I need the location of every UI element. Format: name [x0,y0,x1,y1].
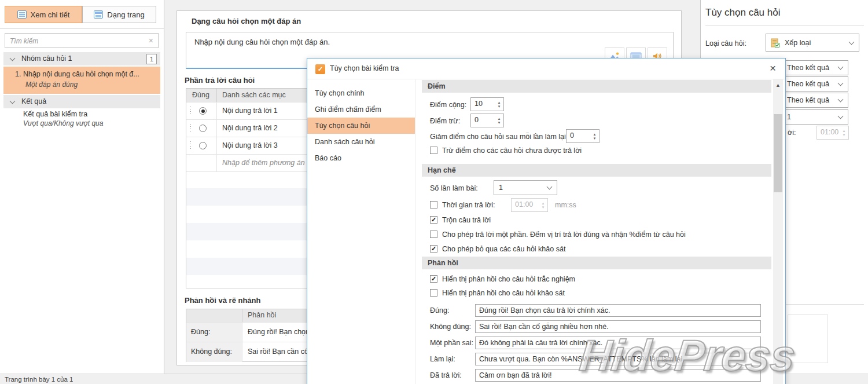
skip-survey-checkbox[interactable] [430,245,437,253]
answered-feedback-label: Đã trả lời: [430,371,462,379]
time-limit-spinner[interactable]: 01:00 ▴▾ [511,198,548,212]
tree-group-results[interactable]: Kết quả [3,95,160,108]
attempts-select[interactable]: 1 [494,180,557,195]
spinner-arrows[interactable]: ▴▾ [590,130,599,142]
correct-radio[interactable] [199,142,207,149]
page-layout-icon [94,10,103,19]
close-icon[interactable]: × [770,62,776,75]
incorrect-feedback-label: Không đúng: [430,323,471,331]
dialog-nav-question-list[interactable]: Danh sách câu hỏi [307,134,415,150]
correct-radio[interactable] [199,125,207,132]
chevron-down-icon [838,97,844,103]
dialog-nav-reports[interactable]: Báo cáo [307,150,415,166]
deduct-unanswered-label: Trừ điểm cho các câu hỏi chưa được trả l… [442,147,674,155]
chevron-down-icon [849,39,855,45]
minus-points-spinner[interactable]: 0 ▴▾ [470,114,504,127]
dropdown-value: Theo kết quả [782,96,838,104]
retry-feedback-label: Làm lại: [430,355,455,363]
spinner-arrows[interactable]: ▴▾ [495,98,503,111]
show-survey-feedback-checkbox[interactable] [430,289,437,297]
col-feedback: Phản hồi [248,311,276,319]
correct-feedback-label: Đúng: [430,306,449,314]
search-input[interactable] [9,34,144,48]
attempts-dropdown[interactable]: 1 [782,109,848,125]
time-limit-checkbox[interactable] [430,201,437,209]
result-dropdown-3[interactable]: Theo kết quả [782,93,848,108]
drag-handle[interactable] [190,124,191,133]
tree-group-questions[interactable]: Nhóm câu hỏi 1 1 [3,52,160,65]
dialog-title: Tùy chọn bài kiểm tra [330,64,503,72]
chevron-down-icon [838,64,844,70]
dialog-nav-scoring[interactable]: Ghi điểm chấm điểm [307,101,415,118]
scrollbar-up-icon[interactable]: ▲ [773,82,783,88]
search-clear-icon[interactable]: × [149,36,153,45]
dropdown-value: Theo kết quả [782,80,838,88]
partial-answer-checkbox[interactable] [430,231,437,238]
result-subtitle: Vượt qua/Không vượt qua [23,119,159,127]
plus-points-label: Điểm cộng: [430,101,466,109]
question-count-badge: 1 [146,54,157,64]
plus-points-value: 10 [475,100,483,108]
sidebar: Xem chi tiết Dạng trang × Nhóm câu hỏi 1… [0,0,164,374]
dialog-nav-main-options[interactable]: Tùy chọn chính [307,85,415,101]
tree-item-question-1[interactable]: 1. Nhập nội dung câu hỏi chọn một đ... M… [3,67,160,94]
panel-title: Tùy chọn câu hỏi [705,7,862,19]
time-limit-label: Thời gian trả lời: [442,201,512,209]
divider [0,28,164,29]
show-graded-feedback-label: Hiển thị phản hồi cho câu hỏi trắc nghiệ… [442,275,685,283]
dialog-nav-question-options[interactable]: Tùy chọn câu hỏi [307,118,415,134]
page-view-button[interactable]: Dạng trang [82,6,156,23]
correct-feedback-input[interactable] [475,304,761,317]
watermark: HidePress [577,330,797,381]
show-survey-feedback-label: Hiển thị phản hồi cho câu hỏi khảo sát [442,289,685,297]
question-type-dropdown[interactable]: Xếp loại [766,34,859,52]
time-spinner[interactable]: 01:00 ▴▾ [816,126,849,140]
feedback-row-label: Không đúng: [191,348,232,356]
partially-wrong-feedback-label: Một phần sai: [430,339,473,347]
drag-handle[interactable] [190,107,191,116]
minus-points-label: Điểm trừ: [430,117,460,125]
tree-item-result[interactable]: Kết quả bài kiểm tra Vượt qua/Không vượt… [3,108,160,131]
chevron-down-icon [838,114,844,119]
question-type-label: Loại câu hỏi: [705,39,746,47]
tree-group-label: Nhóm câu hỏi 1 [21,52,72,65]
result-dropdown-1[interactable]: Theo kết quả [782,60,848,75]
chevron-down-icon [10,98,16,104]
spinner-arrows[interactable]: ▴▾ [539,199,547,211]
result-dropdown-2[interactable]: Theo kết quả [782,76,848,92]
minus-points-value: 0 [475,116,479,124]
tree-group-label: Kết quả [21,95,46,108]
question-title: 1. Nhập nội dung câu hỏi chọn một đ... [15,70,159,78]
scrollbar-thumb[interactable] [774,114,782,192]
drag-handle[interactable] [190,141,191,151]
partial-answer-label: Cho phép trả lời một phần. Đếm vị trí tr… [442,231,766,239]
section-restrictions: Hạn chế [422,164,771,177]
chevron-down-icon [838,81,844,86]
shuffle-checkbox[interactable] [430,216,437,224]
col-items: Danh sách các mục [222,91,286,99]
show-graded-feedback-checkbox[interactable] [430,275,437,283]
list-icon [17,10,27,19]
col-correct: Đúng [192,91,209,99]
penalty-spinner[interactable]: 0 ▴▾ [566,129,599,143]
time-label-fragment: ời: [788,129,796,137]
plus-points-spinner[interactable]: 10 ▴▾ [470,97,504,111]
view-detail-button[interactable]: Xem chi tiết [5,6,82,23]
chevron-down-icon [547,184,553,190]
time-value: 01:00 [821,128,838,136]
deduct-unanswered-checkbox[interactable] [430,147,437,154]
question-type-title: Dạng câu hỏi chọn một đáp án [192,17,481,25]
shuffle-label: Trộn câu trả lời [442,216,674,224]
status-text: Trang trình bày 1 của 1 [5,376,73,383]
skip-survey-label: Cho phép bỏ qua các câu hỏi khảo sát [442,245,674,253]
divider [705,25,864,26]
spinner-arrows[interactable]: ▴▾ [840,126,848,139]
dialog-titlebar[interactable]: ✓ Tùy chọn bài kiểm tra × [307,58,785,79]
time-limit-value: 01:00 [515,200,533,209]
dropdown-value: 1 [782,113,838,121]
section-score: Điểm [422,80,771,93]
penalty-value: 0 [570,131,574,140]
time-unit-label: mm:ss [555,201,576,209]
correct-radio[interactable] [199,107,207,115]
spinner-arrows[interactable]: ▴▾ [495,114,503,127]
